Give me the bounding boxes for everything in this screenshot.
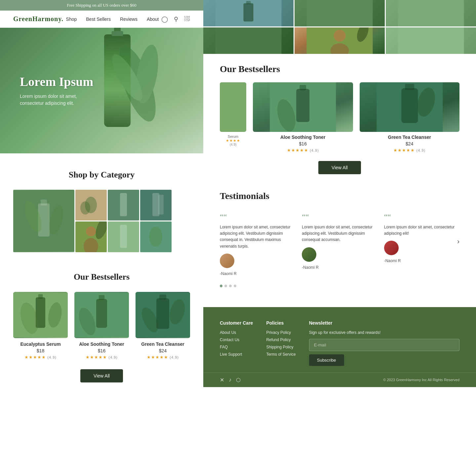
hero-fern-icon (104, 34, 170, 134)
svg-rect-55 (401, 88, 418, 123)
right-product-img-3 (360, 82, 460, 132)
testimonial-author-1: -Naomi R (220, 271, 295, 276)
svg-rect-31 (99, 295, 104, 300)
footer-copyright: © 2023 GreenHarmony Inc All Rights Reser… (383, 378, 459, 382)
search-icon[interactable]: ⚲ (174, 16, 178, 23)
twitter-icon[interactable]: ✕ (220, 377, 224, 383)
product-card-1[interactable]: Eucalyptus Serum $18 ★★★★★ (4.9) (13, 292, 68, 360)
footer-cc-item-1[interactable]: About Us (220, 330, 253, 335)
category-item-large[interactable] (13, 190, 74, 252)
right-product-partial[interactable]: Serum ★★★★ (4.9) (220, 82, 246, 153)
footer-cc-item-2[interactable]: Contact Us (220, 337, 253, 342)
dot-4[interactable] (234, 285, 236, 287)
right-product-price-3: $24 (360, 141, 460, 146)
product-name-3: Green Tea Cleanser (136, 341, 190, 347)
product-price-1: $18 (13, 348, 68, 353)
nav-bestsellers[interactable]: Best Sellers (86, 17, 111, 22)
footer-policy-2[interactable]: Refund Policy (266, 337, 296, 342)
testimonial-next-button[interactable]: › (457, 237, 459, 246)
footer-columns: Customer Care About Us Contact Us FAQ Li… (203, 307, 476, 373)
footer-cc-item-4[interactable]: Live Support (220, 352, 253, 357)
subscribe-button[interactable]: Subscribe (309, 354, 344, 366)
category-item-6[interactable] (108, 221, 139, 252)
footer-newsletter-title: Newsletter (309, 320, 459, 326)
category-image-3 (108, 190, 139, 220)
product-price-3: $24 (136, 348, 190, 353)
right-product-rating-3: (4.9) (416, 148, 426, 152)
category-item-4[interactable] (140, 190, 172, 220)
footer-newsletter-desc: Sign up for exclusive offers and rewards… (309, 330, 459, 335)
view-all-button[interactable]: View All (80, 369, 123, 382)
main-nav: Shop Best Sellers Reviews About (66, 16, 159, 22)
quote-icon-2: ““ (302, 213, 377, 221)
product-stars-3: ★★★★★ (4.9) (136, 355, 190, 360)
testimonial-text-3: Lorem ipsum dolor sit amet, consectetur … (384, 224, 459, 237)
mosaic-img-5 (386, 27, 476, 54)
right-product-card-3[interactable]: Green Tea Cleanser $24 ★★★★★ (4.9) (360, 82, 460, 153)
right-product-rating-2: (4.9) (310, 148, 319, 152)
right-product-card-2[interactable]: Aloe Soothing Toner $16 ★★★★★ (4.9) (253, 82, 353, 153)
nav-reviews[interactable]: Reviews (120, 17, 138, 22)
account-icon[interactable]: ◯ (161, 16, 168, 23)
testimonial-text-2: Lorem ipsum dolor sit amet, consectetur … (302, 224, 377, 243)
right-view-all-button[interactable]: View All (318, 161, 361, 174)
site-logo[interactable]: GreenHarmony. (13, 15, 63, 23)
footer-policy-1[interactable]: Privacy Policy (266, 330, 296, 335)
newsletter-email-input[interactable] (309, 339, 459, 351)
right-product-label-partial: Serum (220, 135, 246, 139)
right-product-name-3: Green Tea Cleanser (360, 135, 460, 140)
right-product-stars-3: ★★★★★ (4.9) (360, 148, 460, 153)
svg-point-10 (80, 201, 90, 215)
testimonial-dots (220, 285, 459, 287)
svg-rect-35 (159, 295, 166, 300)
product-price-2: $16 (74, 348, 129, 353)
cart-icon[interactable]: ⛆ (184, 16, 190, 22)
dot-2[interactable] (224, 285, 227, 287)
footer-policy-3[interactable]: Shipping Policy (266, 345, 296, 349)
product-card-3[interactable]: Green Tea Cleanser $24 ★★★★★ (4.9) (136, 292, 190, 360)
testimonials-grid: ““ Lorem ipsum dolor sit amet, consectet… (220, 209, 459, 279)
category-item-3[interactable] (108, 190, 139, 220)
product-stars-2: ★★★★★ (4.9) (74, 355, 129, 360)
testimonials-title: Testimonials (220, 191, 459, 201)
header: GreenHarmony. Shop Best Sellers Reviews … (0, 11, 203, 28)
right-mosaic (203, 0, 476, 54)
svg-rect-12 (120, 193, 127, 216)
footer-bottom: ✕ ♪ ⬡ © 2023 GreenHarmony Inc All Rights… (203, 373, 476, 387)
dot-1[interactable] (220, 285, 222, 287)
announcement-bar: Free Shipping on all US orders over $60 (0, 0, 203, 11)
products-grid: Eucalyptus Serum $18 ★★★★★ (4.9) (13, 292, 190, 360)
svg-point-45 (334, 30, 346, 42)
category-section: Shop by Category (0, 153, 203, 269)
category-image-1 (13, 190, 74, 252)
header-icons: ◯ ⚲ ⛆ (161, 16, 190, 23)
tiktok-icon[interactable]: ♪ (229, 377, 231, 383)
right-product-rating-partial: (4.9) (220, 143, 246, 146)
mosaic-img-3 (386, 0, 476, 26)
footer-cc-item-3[interactable]: FAQ (220, 345, 253, 349)
mosaic-img-person (295, 27, 385, 54)
dot-3[interactable] (229, 285, 232, 287)
hero-section: Lorem Ipsum Lorem ipsum dolor sit amet, … (0, 28, 203, 153)
category-item-2[interactable] (75, 190, 107, 220)
svg-rect-34 (156, 298, 169, 329)
category-item-7[interactable] (140, 221, 172, 252)
category-item-5[interactable] (75, 221, 107, 252)
svg-rect-39 (244, 3, 254, 21)
testimonial-card-2: ““ Lorem ipsum dolor sit amet, consectet… (302, 209, 377, 279)
svg-rect-52 (299, 85, 306, 90)
testimonial-card-1: ““ Lorem ipsum dolor sit amet, consectet… (220, 209, 295, 279)
right-product-name-2: Aloe Soothing Toner (253, 135, 353, 140)
right-product-price-2: $16 (253, 141, 353, 146)
nav-shop[interactable]: Shop (66, 17, 77, 22)
instagram-icon[interactable]: ⬡ (236, 377, 241, 383)
footer-social: ✕ ♪ ⬡ (220, 377, 241, 383)
svg-rect-30 (96, 299, 107, 328)
nav-about[interactable]: About (147, 17, 159, 22)
mosaic-img-2 (295, 0, 385, 26)
svg-rect-14 (152, 193, 159, 216)
footer-policy-4[interactable]: Terms of Service (266, 352, 296, 357)
right-product-stars-partial: ★★★★ (220, 139, 246, 143)
product-card-2[interactable]: Aloe Soothing Toner $16 ★★★★★ (4.9) (74, 292, 129, 360)
bestsellers-section: Our Bestsellers (0, 269, 203, 399)
